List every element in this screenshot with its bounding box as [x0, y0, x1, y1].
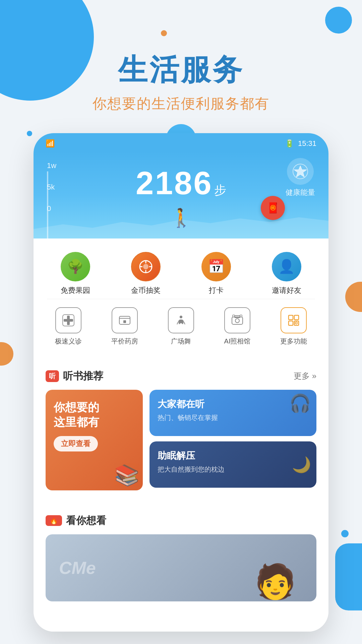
- book-card-top-illustration: 🎧: [289, 393, 311, 414]
- health-energy-icon: [287, 158, 314, 185]
- phone-mockup: 📶 🔋 15:31 1w 5k 0 2186 步: [34, 133, 328, 632]
- book-card-bottom-sub: 把大自然搬到您的枕边: [158, 465, 308, 474]
- chart-label-0: 0: [47, 204, 56, 213]
- step-count-center: 2186 步: [47, 161, 315, 202]
- svg-line-15: [177, 322, 178, 324]
- chart-labels: 1w 5k 0: [47, 161, 56, 213]
- watch-section: 🔥 看你想看 CMe 🧑: [34, 507, 328, 611]
- chart-label-1w: 1w: [47, 161, 56, 170]
- book-more-text: 更多 »: [294, 371, 316, 380]
- svg-point-3: [143, 264, 148, 269]
- watch-badge: 🔥: [46, 515, 62, 526]
- book-cards-right: 大家都在听 热门、畅销尽在掌握 🎧 助眠解压 把大自然搬到您的枕边 🌙: [149, 390, 316, 490]
- icon-item-invite[interactable]: 👤 邀请好友: [263, 252, 310, 296]
- hero-title: 生活服务: [0, 54, 362, 86]
- more-label: 更多功能: [280, 337, 307, 346]
- book-more-link[interactable]: 更多 »: [294, 371, 316, 381]
- hero-subtitle: 你想要的生活便利服务都有: [0, 94, 362, 113]
- status-bar: 📶 🔋 15:31: [34, 133, 328, 151]
- book-badge: 听: [46, 370, 59, 382]
- svg-rect-9: [64, 319, 73, 322]
- red-envelope[interactable]: 🧧: [261, 196, 285, 220]
- svg-rect-24: [289, 321, 293, 325]
- svg-point-14: [180, 316, 182, 318]
- more-icon: [281, 307, 307, 333]
- svg-line-16: [184, 322, 185, 324]
- book-card-bottom-title: 助眠解压: [158, 449, 308, 462]
- step-unit: 步: [214, 183, 226, 197]
- cme-label: CMe: [59, 558, 96, 578]
- garden-label: 免费果园: [61, 285, 90, 296]
- step-number: 2186: [136, 165, 213, 201]
- svg-rect-17: [232, 317, 243, 324]
- book-card-left-btn[interactable]: 立即查看: [54, 436, 98, 451]
- watch-card[interactable]: CMe 🧑: [46, 534, 316, 601]
- phone-wrapper: 📶 🔋 15:31 1w 5k 0 2186 步: [0, 133, 362, 632]
- dance-icon: [168, 307, 194, 333]
- wifi-icon: 📶: [46, 139, 55, 148]
- book-card-left-title: 你想要的这里都有: [54, 400, 135, 429]
- book-card-bottom-illustration: 🌙: [292, 455, 311, 474]
- status-right: 🔋 15:31: [285, 139, 316, 148]
- svg-rect-22: [289, 315, 293, 320]
- icon-row-1: 🌳 免费果园 金币抽奖: [40, 249, 322, 299]
- book-section-title: 听 听书推荐: [46, 369, 103, 383]
- time-display: 15:31: [298, 139, 316, 148]
- icon-item-more[interactable]: 更多功能: [270, 307, 317, 346]
- book-card-top-title: 大家都在听: [158, 398, 308, 411]
- svg-point-18: [235, 319, 239, 323]
- svg-rect-13: [123, 320, 126, 323]
- ai-photo-label: AI照相馆: [224, 337, 251, 346]
- book-section-header: 听 听书推荐 更多 »: [34, 359, 328, 390]
- icon-item-pharmacy[interactable]: 平价药房: [101, 307, 148, 346]
- book-card-bottom[interactable]: 助眠解压 把大自然搬到您的枕边 🌙: [149, 441, 316, 488]
- bottom-spacer: [34, 611, 328, 632]
- icon-item-checkin[interactable]: 📅 打卡: [193, 252, 240, 296]
- svg-rect-23: [294, 315, 299, 320]
- book-card-left[interactable]: 你想要的这里都有 立即查看 📚: [46, 390, 143, 490]
- invite-icon: 👤: [272, 252, 301, 281]
- book-card-top[interactable]: 大家都在听 热门、畅销尽在掌握 🎧: [149, 390, 316, 436]
- icon-row-2: 极速义诊 平价药房: [40, 299, 322, 349]
- icon-item-clinic[interactable]: 极速义诊: [45, 307, 92, 346]
- invite-label: 邀请好友: [272, 285, 301, 296]
- step-area: 1w 5k 0 2186 步 健康能量: [34, 151, 328, 238]
- icon-item-garden[interactable]: 🌳 免费果园: [52, 252, 99, 296]
- book-card-left-illustration: 📚: [114, 463, 139, 487]
- hero-section: 生活服务 你想要的生活便利服务都有: [0, 0, 362, 133]
- dance-label: 广场舞: [171, 337, 191, 346]
- lottery-icon: [131, 252, 161, 281]
- icon-item-ai-photo[interactable]: AI照相馆: [214, 307, 261, 346]
- icon-item-dance[interactable]: 广场舞: [158, 307, 204, 346]
- garden-icon: 🌳: [61, 252, 90, 281]
- svg-marker-1: [294, 166, 307, 177]
- pharmacy-label: 平价药房: [111, 337, 138, 346]
- clinic-icon: [55, 307, 81, 333]
- book-title-text: 听书推荐: [63, 369, 103, 383]
- lottery-label: 金币抽奖: [131, 285, 161, 296]
- icon-section-1: 🌳 免费果园 金币抽奖: [34, 238, 328, 359]
- icon-item-lottery[interactable]: 金币抽奖: [122, 252, 169, 296]
- checkin-label: 打卡: [209, 285, 224, 296]
- pharmacy-icon: [112, 307, 138, 333]
- book-card-top-sub: 热门、畅销尽在掌握: [158, 413, 308, 422]
- watch-title: 看你想看: [66, 514, 106, 528]
- chart-label-5k: 5k: [47, 183, 56, 192]
- ai-photo-icon: [224, 307, 250, 333]
- clinic-label: 极速义诊: [55, 337, 82, 346]
- checkin-icon: 📅: [201, 252, 231, 281]
- watch-section-header: 🔥 看你想看: [46, 514, 316, 528]
- battery-icon: 🔋: [285, 139, 294, 148]
- book-cards: 你想要的这里都有 立即查看 📚 大家都在听 热门、畅销尽在掌握 🎧 助眠解压 把…: [34, 390, 328, 500]
- watch-portrait-illustration: 🧑: [254, 562, 296, 601]
- health-energy[interactable]: 健康能量: [286, 158, 315, 198]
- health-energy-text: 健康能量: [286, 187, 315, 198]
